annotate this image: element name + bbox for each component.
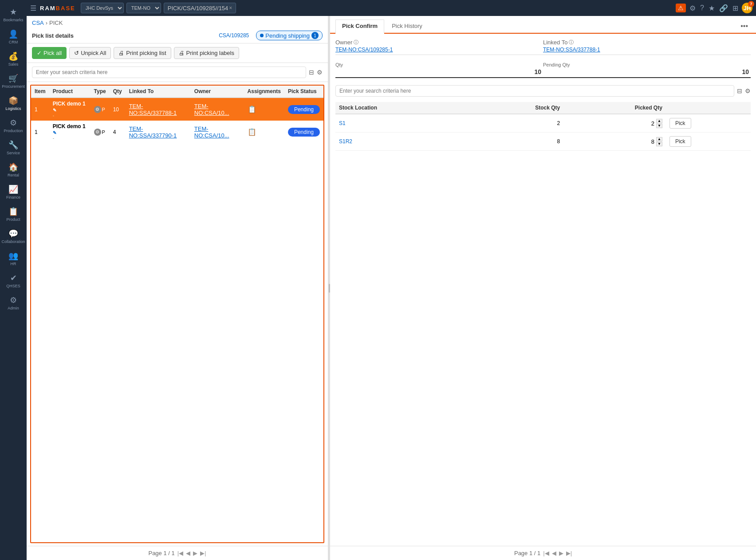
user-badge: 7 bbox=[748, 1, 754, 7]
finance-icon: 📈 bbox=[8, 184, 18, 194]
stock-table-row: S1R2 8 8 ▲ ▼ Pick bbox=[335, 133, 751, 151]
print-labels-button[interactable]: 🖨 Print picking labels bbox=[174, 47, 239, 59]
table-row[interactable]: 1 PICK demo 1 ✎ - ⚙ P 4 TEM-NO:SSA/33779… bbox=[31, 121, 323, 143]
sidebar-item-bookmarks[interactable]: ★ Bookmarks bbox=[0, 4, 27, 26]
filter-icon[interactable]: ⊟ bbox=[309, 69, 314, 76]
link-icon[interactable]: 🔗 bbox=[718, 3, 729, 13]
cell-owner[interactable]: TEM-NO:CSA/10... bbox=[191, 121, 244, 143]
right-filter-icon[interactable]: ⊟ bbox=[737, 87, 742, 94]
sidebar-item-admin[interactable]: ⚙ Admin bbox=[0, 292, 27, 314]
tab-pick-history[interactable]: Pick History bbox=[385, 20, 429, 33]
sidebar-item-crm[interactable]: 👤 CRM bbox=[0, 26, 27, 48]
qty-up-btn[interactable]: ▲ bbox=[656, 137, 662, 141]
search-input[interactable] bbox=[32, 67, 306, 78]
qty-value: 10 bbox=[335, 68, 543, 78]
owner-value[interactable]: TEM-NO:CSA/109285-1 bbox=[335, 47, 543, 55]
settings-icon[interactable]: ⚙ bbox=[689, 3, 697, 13]
cell-owner[interactable]: TEM-NO:CSA/10... bbox=[191, 98, 244, 121]
cell-linked-to[interactable]: TEM-NO:SSA/337790-1 bbox=[126, 121, 191, 143]
right-pagination: Page 1 / 1 |◀ ◀ ▶ ▶| bbox=[330, 546, 756, 560]
col-stock-qty: Stock Qty bbox=[469, 102, 563, 114]
right-search-bar: ⊟ ⚙ bbox=[335, 85, 751, 97]
cell-pick-action[interactable]: Pick bbox=[666, 133, 751, 151]
sidebar-item-rental[interactable]: 🏠 Rental bbox=[0, 159, 27, 181]
company-dropdown[interactable]: JHC DevSys bbox=[81, 3, 124, 13]
qty-down-btn[interactable]: ▼ bbox=[656, 124, 662, 128]
col-owner: Owner bbox=[191, 86, 244, 98]
more-options-icon[interactable]: ••• bbox=[738, 20, 751, 33]
pending-qty-group: Pending Qty 10 bbox=[543, 62, 751, 78]
qty-up-btn[interactable]: ▲ bbox=[656, 119, 662, 123]
right-last-page-btn[interactable]: ▶| bbox=[566, 550, 572, 556]
user-avatar[interactable]: JH 7 bbox=[742, 3, 752, 13]
panel-title: Pick list details bbox=[32, 32, 74, 39]
cell-linked-to[interactable]: TEM-NO:SSA/337788-1 bbox=[126, 98, 191, 121]
tem-no-dropdown[interactable]: TEM-NO bbox=[126, 3, 161, 13]
col-type: Type bbox=[91, 86, 110, 98]
right-pagination-label: Page 1 / 1 bbox=[514, 550, 540, 556]
help-icon[interactable]: ? bbox=[699, 3, 705, 13]
last-page-btn[interactable]: ▶| bbox=[200, 550, 206, 556]
tab-close-icon[interactable]: × bbox=[229, 5, 232, 11]
cell-stock-qty: 2 bbox=[469, 114, 563, 133]
cell-pick-status[interactable]: Pending bbox=[284, 121, 323, 143]
right-first-page-btn[interactable]: |◀ bbox=[543, 550, 549, 556]
print-list-button[interactable]: 🖨 Print picking list bbox=[114, 47, 171, 59]
right-prev-page-btn[interactable]: ◀ bbox=[552, 550, 556, 556]
tab-pick-confirm[interactable]: Pick Confirm bbox=[335, 20, 384, 34]
right-search-input[interactable] bbox=[335, 85, 734, 97]
sidebar-item-production[interactable]: ⚙ Production bbox=[0, 114, 27, 137]
cell-pick-action[interactable]: Pick bbox=[666, 114, 751, 133]
pagination-label: Page 1 / 1 bbox=[148, 550, 174, 556]
table-row[interactable]: 1 PICK demo 1 ✎ - ⚙ P 10 TEM-NO:SSA/3377… bbox=[31, 98, 323, 121]
pick-status-button[interactable]: Pending bbox=[288, 128, 320, 137]
qhses-icon: ✔ bbox=[10, 273, 17, 283]
rental-icon: 🏠 bbox=[8, 162, 18, 172]
sidebar-item-service[interactable]: 🔧 Service bbox=[0, 137, 27, 159]
qty-row: Qty 10 Pending Qty 10 bbox=[335, 62, 751, 78]
active-tab[interactable]: PICK/CSA/109285//154 × bbox=[164, 3, 236, 13]
owner-info-icon[interactable]: ⓘ bbox=[354, 39, 358, 46]
breadcrumb-parent[interactable]: CSA bbox=[32, 20, 44, 26]
check-icon: ✓ bbox=[37, 50, 42, 56]
status-dot bbox=[260, 34, 264, 37]
status-count: 1 bbox=[311, 32, 319, 39]
alert-icon[interactable]: ⚠ bbox=[676, 4, 686, 12]
sales-icon: 💰 bbox=[8, 51, 18, 61]
right-next-page-btn[interactable]: ▶ bbox=[559, 550, 563, 556]
prev-page-btn[interactable]: ◀ bbox=[186, 550, 190, 556]
sidebar-item-qhses[interactable]: ✔ QHSES bbox=[0, 270, 27, 292]
doc-id[interactable]: CSA/109285 bbox=[219, 32, 249, 39]
pick-button[interactable]: Pick bbox=[669, 136, 691, 147]
first-page-btn[interactable]: |◀ bbox=[177, 550, 183, 556]
pick-status-button[interactable]: Pending bbox=[288, 105, 320, 114]
cell-stock-qty: 8 bbox=[469, 133, 563, 151]
sidebar-item-collaboration[interactable]: 💬 Collaboration bbox=[0, 225, 27, 247]
cell-assignments[interactable]: 📋 bbox=[244, 98, 284, 121]
right-settings-icon[interactable]: ⚙ bbox=[745, 87, 751, 94]
right-panel: Pick Confirm Pick History ••• Owner ⓘ TE… bbox=[330, 16, 756, 560]
cell-product: PICK demo 1 ✎ - bbox=[49, 98, 91, 121]
star-icon[interactable]: ★ bbox=[708, 3, 716, 13]
unpick-all-button[interactable]: ↺ Unpick All bbox=[69, 47, 111, 59]
sidebar-item-finance[interactable]: 📈 Finance bbox=[0, 181, 27, 203]
col-picked-qty: Picked Qty bbox=[563, 102, 666, 114]
sidebar-item-product[interactable]: 📋 Product bbox=[0, 203, 27, 225]
grid-icon[interactable]: ⊞ bbox=[732, 3, 739, 13]
linked-to-info-icon[interactable]: ⓘ bbox=[569, 39, 574, 46]
settings-icon[interactable]: ⚙ bbox=[317, 69, 323, 76]
qty-down-btn[interactable]: ▼ bbox=[656, 142, 662, 146]
sidebar-item-logistics[interactable]: 📦 Logistics bbox=[0, 92, 27, 114]
linked-to-value[interactable]: TEM-NO:SSA/337788-1 bbox=[543, 47, 751, 55]
col-item: Item bbox=[31, 86, 49, 98]
sidebar-item-sales[interactable]: 💰 Sales bbox=[0, 48, 27, 70]
pick-button[interactable]: Pick bbox=[669, 118, 691, 129]
sidebar-item-hr[interactable]: 👥 HR bbox=[0, 247, 27, 270]
pick-all-button[interactable]: ✓ Pick all bbox=[32, 47, 67, 59]
col-linked-to: Linked To bbox=[126, 86, 191, 98]
cell-pick-status[interactable]: Pending bbox=[284, 98, 323, 121]
next-page-btn[interactable]: ▶ bbox=[193, 550, 197, 556]
hamburger-icon[interactable]: ☰ bbox=[30, 4, 36, 12]
sidebar-item-procurement[interactable]: 🛒 Procurement bbox=[0, 70, 27, 92]
cell-assignments[interactable]: 📋 bbox=[244, 121, 284, 143]
